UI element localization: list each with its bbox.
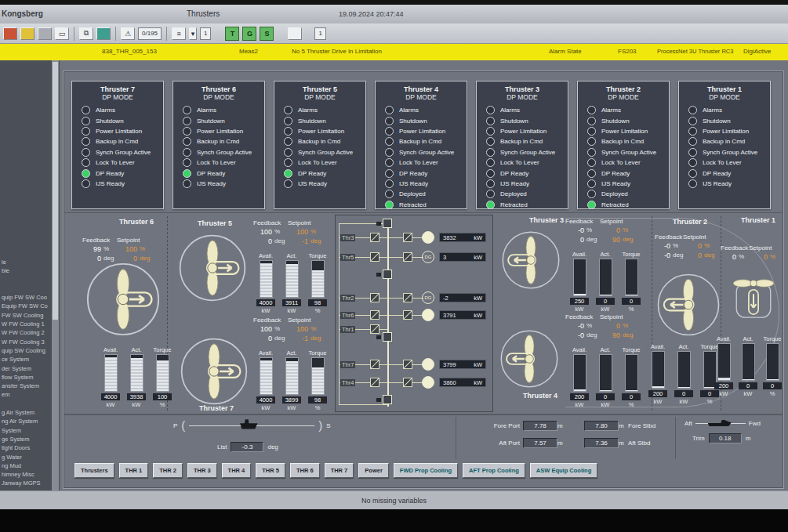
status-label: Alarms — [197, 107, 216, 114]
generator-breaker[interactable] — [403, 360, 412, 369]
thruster-breaker[interactable] — [370, 293, 379, 302]
tag-button-g[interactable]: G — [242, 27, 256, 41]
thruster-mimic-area: Thruster 6 FeedbackSetpoint 99% 100% 0de… — [64, 212, 783, 414]
sidebar-item[interactable]: W FW Cooling 3 — [0, 338, 49, 347]
generator-breaker[interactable] — [403, 233, 412, 242]
sidebar-item[interactable]: le — [0, 259, 49, 267]
sidebar-item[interactable]: der System — [0, 365, 49, 374]
alarm-bell-icon[interactable]: ⚠ — [121, 27, 135, 40]
ship-profile-icon — [708, 419, 732, 426]
bar-gauge: Torque0% — [622, 346, 641, 408]
page-nav-button[interactable]: AFT Prop Cooling — [463, 463, 525, 478]
sidebar-item[interactable]: Janway MGPS — [0, 480, 49, 488]
alarm-message[interactable]: No 5 Thruster Drive In Limitation — [292, 48, 382, 55]
page-copy-icon[interactable]: ⧉ — [79, 27, 93, 40]
sidebar-item[interactable]: em — [0, 391, 49, 400]
active-page-icon[interactable] — [96, 27, 111, 40]
sidebar-item[interactable] — [0, 277, 49, 285]
page-nav-button[interactable]: Power — [358, 463, 389, 478]
sidebar-item[interactable]: Equip FW SW Co — [0, 302, 49, 311]
feeder-label: Thr3 — [340, 234, 355, 241]
screen-number-field[interactable]: 1 — [314, 27, 325, 40]
status-label: Backup in Cmd — [399, 138, 441, 145]
vessel-automation-screen: Kongsberg Thrusters 19.09.2024 20:47:44 … — [0, 0, 788, 532]
generator-breaker[interactable] — [403, 252, 412, 262]
page-nav-button[interactable]: THR 4 — [222, 463, 252, 478]
sidebar-item[interactable]: tight Doors — [0, 444, 49, 453]
azimuth-dial-thruster-6 — [85, 262, 161, 337]
trim-readout: Trim 0.18 m — [692, 433, 780, 443]
thruster-breaker[interactable] — [370, 310, 379, 320]
document-icon[interactable] — [38, 27, 52, 40]
sidebar-item[interactable]: ce System — [0, 356, 49, 364]
tag-button-t[interactable]: T — [225, 27, 239, 41]
page-nav-button[interactable]: THR 5 — [256, 463, 285, 478]
status-row: Lock To Lever — [376, 157, 467, 168]
page-nav-button[interactable]: FWD Prop Cooling — [394, 463, 458, 478]
generator-breaker[interactable] — [403, 310, 412, 320]
thruster-breaker[interactable] — [370, 252, 379, 262]
dp-panel-thruster-6: Thruster 6 DP MODE AlarmsShutdownPower L… — [172, 81, 265, 209]
sidebar-item[interactable]: quip FW SW Coo — [0, 294, 49, 302]
thruster-breaker[interactable] — [370, 360, 379, 369]
sidebar-item[interactable]: g Water — [0, 454, 49, 462]
bar-gauge: Act.0kW — [674, 343, 693, 405]
page-list-icon[interactable]: ≡ — [172, 27, 186, 40]
page-number-field[interactable]: 1 — [200, 27, 211, 40]
page-nav-button[interactable]: ASW Equip Cooling — [530, 463, 597, 478]
sidebar-item[interactable]: W FW Cooling 2 — [0, 329, 49, 338]
status-row: Lock To Lever — [578, 157, 669, 168]
sidebar-item[interactable]: ansfer System — [0, 382, 49, 391]
page-nav-button[interactable]: THR 1 — [119, 463, 149, 478]
indicator-lamp — [385, 158, 394, 167]
sidebar-item[interactable]: quip SW Cooling — [0, 347, 49, 356]
tag-button-s[interactable]: S — [260, 27, 274, 41]
status-label: Power Limitation — [197, 128, 243, 135]
indicator-lamp — [183, 117, 191, 125]
sidebar-item[interactable]: W FW Cooling 1 — [0, 320, 49, 329]
thruster-breaker[interactable] — [370, 378, 379, 387]
sidebar-scrollbar[interactable] — [52, 60, 59, 490]
alarm-ack-icon[interactable] — [3, 27, 17, 40]
chevron-down-icon[interactable]: ▾ — [189, 27, 197, 40]
status-bar: No missing variables — [0, 490, 788, 510]
indicator-lamp — [284, 137, 292, 146]
indicator-lamp — [82, 117, 90, 125]
sidebar-item[interactable]: ge System — [0, 436, 49, 444]
sidebar-item[interactable] — [0, 285, 49, 294]
sidebar-item[interactable]: ble — [0, 267, 49, 276]
sidebar-item[interactable]: g Air System — [0, 409, 49, 418]
generator-breaker[interactable] — [403, 378, 412, 387]
bar-gauge: Avail.200kW — [714, 335, 733, 397]
sidebar-item[interactable]: ng Air System — [0, 418, 49, 426]
status-row: Synch Group Active — [477, 147, 568, 157]
scrollbar-thumb[interactable] — [53, 62, 58, 320]
thruster-breaker[interactable] — [370, 233, 379, 242]
display-icon[interactable]: ▭ — [55, 27, 69, 40]
status-row: Backup in Cmd — [173, 136, 264, 147]
page-nav-button[interactable]: Thrusters — [74, 463, 114, 478]
sidebar-item[interactable]: flow System — [0, 374, 49, 382]
page-nav-button[interactable]: THR 3 — [187, 463, 217, 478]
page-nav-button[interactable]: THR 2 — [153, 463, 183, 478]
page-nav-button[interactable]: THR 6 — [290, 463, 320, 478]
status-label: Shutdown — [96, 118, 124, 125]
bar-gauge: Act.3911kW — [282, 252, 301, 314]
status-row: DP Ready — [173, 168, 264, 178]
thruster-breaker[interactable] — [370, 324, 379, 334]
folder-icon[interactable] — [20, 27, 34, 40]
status-row: Alarms — [477, 105, 568, 115]
blank-button[interactable] — [288, 27, 302, 40]
alarm-banner[interactable]: 838_THR_005_153 Meas2 No 5 Thruster Driv… — [0, 44, 788, 62]
indicator-lamp — [183, 148, 191, 157]
sidebar-item[interactable]: System — [0, 427, 49, 436]
sidebar-item[interactable]: FW SW Cooling — [0, 312, 49, 320]
status-row: DP Ready — [578, 168, 669, 178]
sidebar-item[interactable]: ng Mud — [0, 462, 49, 471]
generator-breaker[interactable] — [403, 293, 412, 302]
alarm-source: Meas2 — [239, 48, 258, 55]
sidebar-item[interactable]: himney Misc — [0, 471, 49, 480]
sidebar-item[interactable] — [0, 400, 49, 409]
feeder-label: Thr2 — [340, 295, 355, 302]
page-nav-button[interactable]: THR 7 — [325, 463, 354, 478]
